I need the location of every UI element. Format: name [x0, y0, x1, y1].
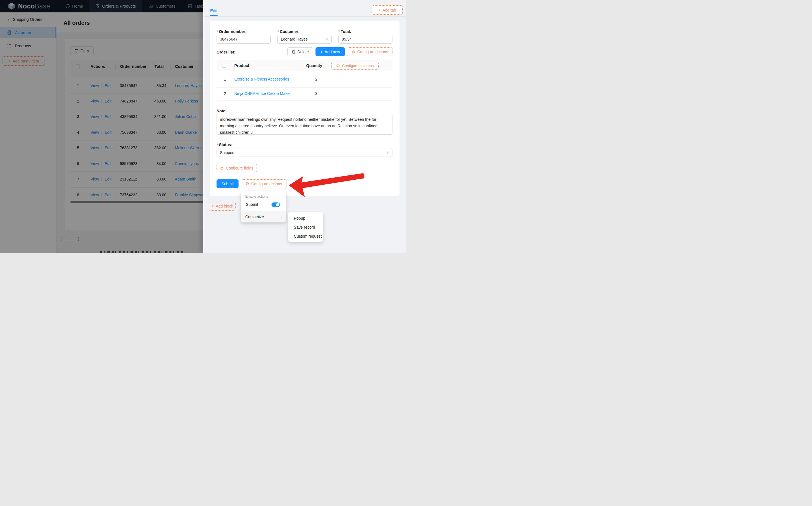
customize-label: Customize — [245, 215, 264, 219]
tab-edit[interactable]: Edit — [210, 8, 217, 13]
plus-icon: + — [211, 204, 214, 208]
column-header-quantity: Quantity — [306, 63, 322, 68]
gear-icon: ⚙ — [220, 166, 224, 170]
add-tab-button[interactable]: + Add tab — [371, 5, 403, 15]
status-select[interactable]: Shipped ∨ — [216, 148, 393, 157]
submenu-item-popup[interactable]: Popup — [294, 216, 305, 221]
total-label: *Total: — [338, 29, 351, 34]
row-index: 1 — [224, 77, 226, 81]
column-divider — [328, 64, 328, 68]
required-asterisk: * — [277, 29, 279, 34]
customer-select[interactable]: Leonard Hayes ∨ — [277, 34, 332, 44]
customer-label: *Customer: — [277, 29, 299, 34]
gear-icon: ⚙ — [246, 182, 249, 186]
submit-toggle[interactable] — [272, 202, 280, 207]
required-asterisk: * — [338, 29, 340, 34]
product-link[interactable]: Exercise & Fitness Accessories — [234, 77, 289, 81]
gear-icon: ⚙ — [336, 64, 340, 68]
status-label: *Status: — [216, 143, 232, 147]
configure-fields-button[interactable]: ⚙ Configure fields — [216, 164, 257, 172]
configure-actions-button-form[interactable]: ⚙ Configure actions — [241, 179, 286, 188]
cell-quantity: 3 — [315, 91, 318, 96]
order-number-input[interactable]: 38475647 — [216, 34, 271, 44]
order-table-select-all-checkbox[interactable] — [222, 64, 226, 68]
order-table-row: 2 Ninja CREAMi Ice Cream Maker 3 — [216, 87, 393, 100]
trash-icon — [292, 50, 295, 54]
configure-actions-button-order-list[interactable]: ⚙ Configure actions — [347, 47, 393, 56]
required-asterisk: * — [216, 29, 218, 34]
chevron-right-icon: › — [281, 214, 282, 219]
app-root: NocoBase Home Orders & Products Customer… — [0, 0, 406, 253]
configure-columns-button[interactable]: ⚙ Configure columns — [331, 62, 379, 70]
order-list-label: Order list: — [216, 50, 235, 54]
chevron-down-icon: ∨ — [386, 150, 389, 155]
drawer-add-block-button[interactable]: + Add block — [209, 201, 236, 210]
note-textarea[interactable]: moreover man feelings own shy. Request n… — [216, 114, 393, 135]
column-divider — [301, 64, 301, 68]
order-number-label: *Order number: — [216, 29, 247, 34]
plus-icon: + — [320, 50, 323, 54]
column-header-product: Product — [234, 63, 249, 68]
product-link[interactable]: Ninja CREAMi Ice Cream Maker — [234, 91, 291, 96]
row-index: 2 — [224, 91, 226, 96]
add-new-button[interactable]: + Add new — [316, 47, 345, 56]
gear-icon: ⚙ — [352, 50, 355, 54]
submenu-item-custom-request[interactable]: Custom request — [294, 234, 322, 239]
cell-quantity: 2 — [315, 77, 318, 81]
order-table-row: 1 Exercise & Fitness Accessories 2 — [216, 71, 393, 88]
chevron-down-icon: ∨ — [325, 37, 328, 41]
total-input[interactable]: 85.34 — [338, 34, 393, 44]
submenu-item-save-record[interactable]: Save record — [294, 225, 315, 230]
enable-actions-group-label: Enable actions — [245, 194, 268, 198]
drawer-mask[interactable] — [0, 0, 203, 253]
plus-icon: + — [378, 8, 380, 12]
submit-button[interactable]: Submit — [216, 179, 239, 188]
dropdown-item-submit[interactable]: Submit — [246, 202, 258, 207]
tab-edit-indicator — [210, 15, 218, 16]
required-asterisk: * — [216, 143, 218, 147]
delete-button[interactable]: Delete — [287, 47, 313, 56]
note-label: Note: — [216, 109, 227, 113]
